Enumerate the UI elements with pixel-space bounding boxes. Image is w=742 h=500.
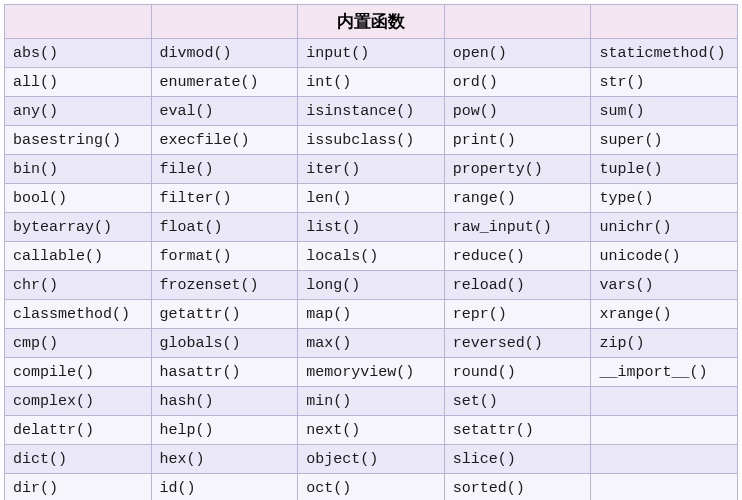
function-cell: id() <box>151 474 298 501</box>
function-cell: xrange() <box>591 300 738 329</box>
function-cell: help() <box>151 416 298 445</box>
function-cell: locals() <box>298 242 445 271</box>
function-cell: callable() <box>5 242 152 271</box>
function-cell: super() <box>591 126 738 155</box>
function-cell: reduce() <box>444 242 591 271</box>
function-cell: list() <box>298 213 445 242</box>
function-cell: format() <box>151 242 298 271</box>
function-cell: float() <box>151 213 298 242</box>
function-cell: tuple() <box>591 155 738 184</box>
header-cell <box>591 5 738 39</box>
function-cell: hasattr() <box>151 358 298 387</box>
function-cell: complex() <box>5 387 152 416</box>
function-cell: chr() <box>5 271 152 300</box>
function-cell: pow() <box>444 97 591 126</box>
function-cell: frozenset() <box>151 271 298 300</box>
function-cell: divmod() <box>151 39 298 68</box>
table-row: all()enumerate()int()ord()str() <box>5 68 738 97</box>
function-cell: memoryview() <box>298 358 445 387</box>
function-cell: dict() <box>5 445 152 474</box>
function-cell: long() <box>298 271 445 300</box>
function-cell: __import__() <box>591 358 738 387</box>
function-cell: enumerate() <box>151 68 298 97</box>
header-cell-title: 内置函数 <box>298 5 445 39</box>
table-row: dir()id()oct()sorted() <box>5 474 738 501</box>
table-row: callable()format()locals()reduce()unicod… <box>5 242 738 271</box>
function-cell: repr() <box>444 300 591 329</box>
function-cell: bin() <box>5 155 152 184</box>
function-cell: int() <box>298 68 445 97</box>
table-row: cmp()globals()max()reversed()zip() <box>5 329 738 358</box>
function-cell: cmp() <box>5 329 152 358</box>
function-cell: type() <box>591 184 738 213</box>
header-cell <box>444 5 591 39</box>
function-cell: ord() <box>444 68 591 97</box>
function-cell: slice() <box>444 445 591 474</box>
header-cell <box>151 5 298 39</box>
function-cell: file() <box>151 155 298 184</box>
function-cell: isinstance() <box>298 97 445 126</box>
function-cell: str() <box>591 68 738 97</box>
table-row: bytearray()float()list()raw_input()unich… <box>5 213 738 242</box>
function-cell: classmethod() <box>5 300 152 329</box>
function-cell: oct() <box>298 474 445 501</box>
table-row: any()eval()isinstance()pow()sum() <box>5 97 738 126</box>
function-cell: all() <box>5 68 152 97</box>
function-cell: map() <box>298 300 445 329</box>
function-cell: dir() <box>5 474 152 501</box>
table-row: chr()frozenset()long()reload()vars() <box>5 271 738 300</box>
function-cell: bytearray() <box>5 213 152 242</box>
function-cell: hex() <box>151 445 298 474</box>
table-row: delattr()help()next()setattr() <box>5 416 738 445</box>
table-row: basestring()execfile()issubclass()print(… <box>5 126 738 155</box>
table-row: bin()file()iter()property()tuple() <box>5 155 738 184</box>
function-cell: set() <box>444 387 591 416</box>
function-cell: input() <box>298 39 445 68</box>
function-cell: compile() <box>5 358 152 387</box>
function-cell: filter() <box>151 184 298 213</box>
function-cell: delattr() <box>5 416 152 445</box>
function-cell <box>591 416 738 445</box>
table-row: classmethod()getattr()map()repr()xrange(… <box>5 300 738 329</box>
table-row: dict()hex()object()slice() <box>5 445 738 474</box>
function-cell: object() <box>298 445 445 474</box>
table-body: abs()divmod()input()open()staticmethod()… <box>5 39 738 501</box>
function-cell: range() <box>444 184 591 213</box>
function-cell: raw_input() <box>444 213 591 242</box>
function-cell: max() <box>298 329 445 358</box>
function-cell <box>591 474 738 501</box>
function-cell: min() <box>298 387 445 416</box>
function-cell: iter() <box>298 155 445 184</box>
table-row: complex()hash()min()set() <box>5 387 738 416</box>
function-cell: sum() <box>591 97 738 126</box>
function-cell: any() <box>5 97 152 126</box>
function-cell: sorted() <box>444 474 591 501</box>
function-cell: unichr() <box>591 213 738 242</box>
function-cell: reload() <box>444 271 591 300</box>
function-cell: zip() <box>591 329 738 358</box>
function-cell: property() <box>444 155 591 184</box>
function-cell: hash() <box>151 387 298 416</box>
function-cell: vars() <box>591 271 738 300</box>
function-cell: basestring() <box>5 126 152 155</box>
function-cell: print() <box>444 126 591 155</box>
function-cell: bool() <box>5 184 152 213</box>
builtin-functions-table: 内置函数 abs()divmod()input()open()staticmet… <box>4 4 738 500</box>
function-cell <box>591 445 738 474</box>
function-cell: open() <box>444 39 591 68</box>
table-row: compile()hasattr()memoryview()round()__i… <box>5 358 738 387</box>
function-cell: globals() <box>151 329 298 358</box>
function-cell: reversed() <box>444 329 591 358</box>
function-cell: setattr() <box>444 416 591 445</box>
function-cell: eval() <box>151 97 298 126</box>
function-cell: round() <box>444 358 591 387</box>
table-row: bool()filter()len()range()type() <box>5 184 738 213</box>
function-cell: next() <box>298 416 445 445</box>
function-cell: issubclass() <box>298 126 445 155</box>
table-row: abs()divmod()input()open()staticmethod() <box>5 39 738 68</box>
function-cell: abs() <box>5 39 152 68</box>
function-cell: getattr() <box>151 300 298 329</box>
function-cell: unicode() <box>591 242 738 271</box>
function-cell: len() <box>298 184 445 213</box>
table-header-row: 内置函数 <box>5 5 738 39</box>
